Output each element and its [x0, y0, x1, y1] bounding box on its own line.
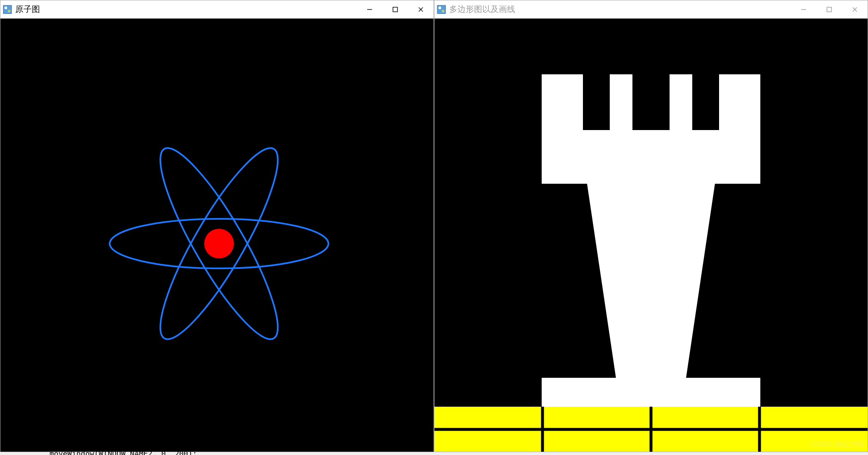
- window-title: 多边形图以及画线: [449, 4, 519, 15]
- minimize-button[interactable]: [357, 0, 382, 19]
- svg-rect-1: [5, 7, 7, 9]
- close-button[interactable]: [408, 0, 434, 19]
- nucleus-circle: [204, 229, 234, 258]
- maximize-icon: [826, 7, 832, 12]
- titlebar-left[interactable]: 原子图: [0, 0, 434, 19]
- maximize-button[interactable]: [816, 0, 842, 19]
- app-icon: [437, 5, 446, 14]
- maximize-icon: [392, 7, 398, 12]
- window-atom: 原子图: [0, 0, 434, 452]
- minimize-icon: [367, 7, 373, 12]
- rook-polygon: [542, 74, 760, 407]
- close-icon: [418, 7, 424, 12]
- window-polygon: 多边形图以及画线 CSDN @伍六琪: [434, 0, 868, 452]
- minimize-icon: [801, 7, 807, 12]
- atom-drawing: [0, 19, 434, 452]
- close-button[interactable]: [842, 0, 868, 19]
- canvas-polygon: CSDN @伍六琪: [434, 19, 868, 452]
- svg-rect-4: [393, 7, 398, 12]
- rook-drawing: [434, 19, 868, 452]
- maximize-button[interactable]: [382, 0, 408, 19]
- svg-rect-2: [8, 10, 10, 12]
- titlebar-right[interactable]: 多边形图以及画线: [434, 0, 868, 19]
- svg-rect-11: [827, 7, 832, 12]
- svg-rect-9: [442, 10, 444, 12]
- code-fragment: moveWindow(WINDOW_NAME2, 0, 200);: [50, 449, 197, 455]
- close-icon: [852, 7, 858, 12]
- app-icon: [3, 5, 12, 14]
- minimize-button[interactable]: [791, 0, 816, 19]
- canvas-atom: [0, 19, 434, 452]
- window-title: 原子图: [15, 4, 44, 15]
- svg-rect-8: [439, 7, 441, 9]
